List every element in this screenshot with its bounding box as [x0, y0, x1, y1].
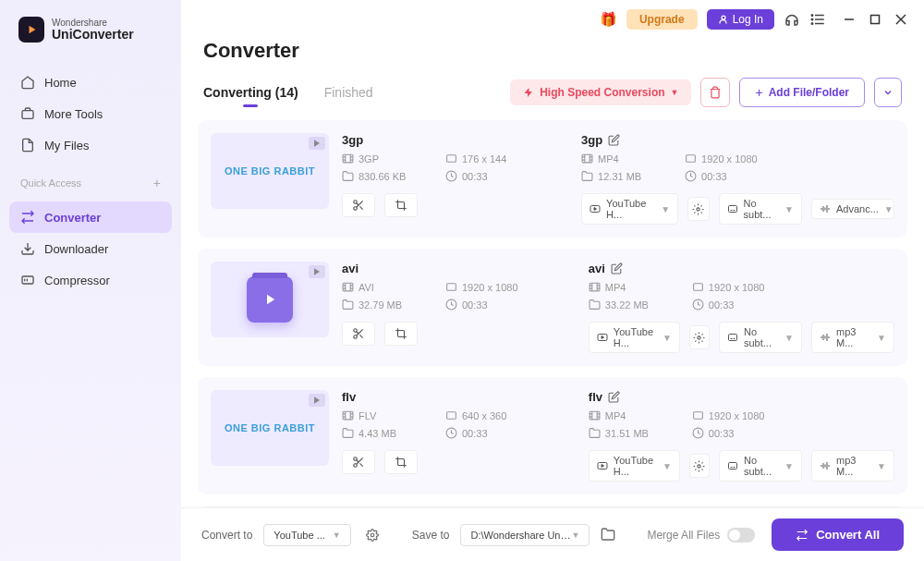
tab-finished[interactable]: Finished: [324, 85, 373, 100]
source-name: 3gp: [342, 133, 581, 147]
dst-duration: 00:33: [692, 299, 773, 311]
high-speed-button[interactable]: High Speed Conversion ▼: [510, 79, 691, 105]
toolbox-icon: [20, 106, 35, 121]
svg-rect-75: [729, 463, 737, 470]
tab-converting[interactable]: Converting (14): [203, 85, 298, 100]
trim-button[interactable]: [342, 450, 375, 474]
svg-rect-69: [590, 411, 600, 420]
add-quick-access-icon[interactable]: +: [153, 176, 161, 190]
save-to-select[interactable]: D:\Wondershare UniCon ▼: [460, 524, 590, 546]
file-list: ONE BIG RABBIT 3gp 3GP 176 x 144 830.66 …: [181, 120, 924, 507]
src-codec: FLV: [342, 409, 423, 421]
audio-select[interactable]: Advanc...▼: [811, 199, 894, 219]
gift-icon[interactable]: 🎁: [600, 11, 617, 28]
src-resolution: 1920 x 1080: [445, 281, 527, 293]
nav-my-files[interactable]: My Files: [9, 129, 172, 161]
svg-point-8: [811, 23, 813, 25]
audio-select[interactable]: mp3 M...▼: [811, 450, 894, 482]
svg-point-74: [698, 464, 700, 467]
crop-button[interactable]: [384, 193, 418, 217]
add-file-button[interactable]: + Add File/Folder: [739, 78, 865, 107]
nav-more-tools[interactable]: More Tools: [9, 98, 172, 129]
svg-point-17: [354, 201, 358, 204]
preset-settings-icon[interactable]: [689, 325, 710, 349]
edit-icon[interactable]: [608, 391, 621, 404]
preset-select[interactable]: YouTube H...▼: [589, 322, 680, 353]
dst-duration: 00:33: [692, 427, 773, 439]
svg-point-6: [811, 15, 813, 17]
logo-icon: [18, 17, 44, 43]
svg-point-42: [354, 335, 358, 339]
svg-point-65: [354, 464, 358, 468]
edit-icon[interactable]: [611, 262, 624, 275]
svg-rect-0: [22, 111, 33, 119]
nav-converter[interactable]: Converter: [9, 201, 172, 233]
svg-rect-47: [693, 284, 702, 291]
preset-settings-icon[interactable]: [687, 197, 709, 221]
sidebar: Wondershare UniConverter Home More Tools…: [0, 0, 181, 561]
clear-button[interactable]: [700, 78, 730, 107]
audio-select[interactable]: mp3 M...▼: [811, 322, 894, 353]
close-icon[interactable]: [894, 13, 907, 26]
svg-rect-10: [871, 16, 880, 24]
maximize-icon[interactable]: [869, 13, 881, 26]
add-file-dropdown[interactable]: [874, 78, 902, 107]
svg-point-84: [371, 533, 374, 537]
subtitle-select[interactable]: No subt...▼: [719, 322, 802, 353]
svg-line-20: [359, 206, 362, 209]
edit-icon[interactable]: [608, 134, 621, 147]
trim-button[interactable]: [342, 322, 375, 346]
nav-label: My Files: [44, 139, 89, 152]
convert-settings-icon[interactable]: [362, 525, 383, 545]
nav-downloader[interactable]: Downloader: [9, 233, 172, 264]
menu-icon[interactable]: [809, 11, 826, 28]
minimize-icon[interactable]: [843, 13, 856, 26]
svg-rect-22: [582, 154, 592, 163]
dst-size: 12.31 MB: [581, 170, 663, 182]
merge-toggle[interactable]: [727, 528, 755, 543]
dest-name: 3gp: [581, 133, 894, 147]
login-button[interactable]: Log In: [707, 9, 774, 30]
nav-label: Downloader: [44, 242, 108, 256]
svg-rect-62: [447, 412, 456, 420]
headset-icon[interactable]: [784, 11, 800, 28]
thumbnail[interactable]: ONE BIG RABBIT: [211, 390, 329, 466]
src-resolution: 176 x 144: [445, 152, 527, 165]
dst-resolution: 1920 x 1080: [692, 409, 773, 421]
svg-marker-50: [602, 336, 604, 339]
convert-to-select[interactable]: YouTube ... ▼: [263, 524, 350, 546]
svg-point-18: [354, 207, 358, 211]
preset-select[interactable]: YouTube H...▼: [589, 450, 680, 482]
src-size: 32.79 MB: [342, 299, 423, 311]
svg-rect-39: [447, 284, 456, 291]
preset-settings-icon[interactable]: [689, 454, 710, 478]
source-name: flv: [342, 390, 589, 404]
nav-compressor[interactable]: Compressor: [9, 264, 172, 296]
dest-name: avi: [589, 262, 894, 275]
crop-button[interactable]: [384, 322, 418, 346]
subtitle-select[interactable]: No subt...▼: [719, 450, 802, 482]
svg-marker-60: [314, 396, 320, 404]
svg-marker-36: [314, 268, 320, 275]
subtitle-select[interactable]: No subt...▼: [719, 193, 802, 225]
svg-marker-73: [602, 465, 604, 468]
thumbnail[interactable]: ONE BIG RABBIT: [211, 133, 329, 209]
src-size: 4.43 MB: [342, 427, 423, 439]
nav-label: Converter: [44, 211, 101, 225]
upgrade-button[interactable]: Upgrade: [626, 9, 698, 30]
thumb-text: ONE BIG RABBIT: [225, 422, 315, 433]
crop-button[interactable]: [384, 450, 418, 474]
dst-codec: MP4: [589, 409, 670, 421]
open-folder-icon[interactable]: [601, 527, 617, 543]
nav-home[interactable]: Home: [9, 67, 172, 98]
preset-select[interactable]: YouTube H...▼: [581, 193, 678, 225]
src-codec: AVI: [342, 281, 423, 293]
thumbnail[interactable]: [211, 262, 329, 337]
page-title: Converter: [203, 39, 902, 63]
dest-name: flv: [589, 390, 894, 404]
trim-button[interactable]: [342, 193, 375, 217]
play-badge-icon: [309, 394, 325, 407]
svg-rect-38: [343, 283, 353, 291]
convert-all-button[interactable]: Convert All: [772, 518, 904, 551]
svg-line-21: [357, 203, 359, 205]
